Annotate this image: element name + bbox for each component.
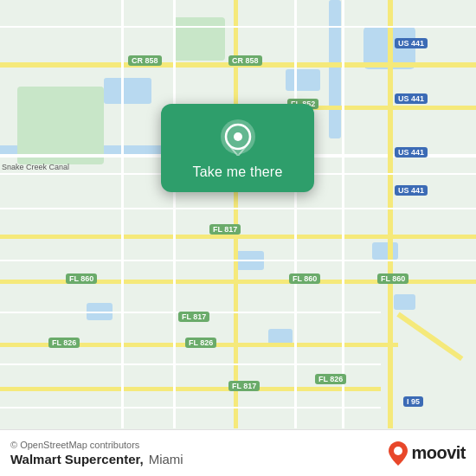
road-h-3 — [0, 208, 476, 209]
bottom-bar: © OpenStreetMap contributors Walmart Sup… — [0, 429, 476, 476]
road-label-fl860-1: FL 860 — [66, 273, 97, 284]
place-info: Walmart Supercenter, Miami — [10, 452, 183, 466]
road-label-fl817-1: FL 817 — [209, 224, 241, 235]
road-label-i95: I 95 — [403, 396, 423, 407]
road-label-fl826-3: FL 826 — [315, 374, 346, 384]
location-pin-icon — [219, 118, 257, 156]
water-ne3 — [286, 69, 320, 91]
road-fl817-s — [0, 387, 381, 391]
road-fl817-mid — [0, 235, 476, 239]
road-us441-v — [388, 0, 393, 428]
popup-card: Take me there — [161, 104, 314, 192]
road-label-fl817-3: FL 817 — [228, 381, 260, 391]
road-label-fl817-2: FL 817 — [178, 312, 209, 322]
road-label-fl860-2: FL 860 — [289, 273, 320, 284]
road-label-us441-3: US 441 — [395, 147, 428, 158]
place-city: Miami — [149, 452, 183, 466]
take-me-there-button[interactable]: Take me there — [193, 164, 283, 180]
svg-point-3 — [394, 447, 402, 455]
map-container: CR 858 CR 858 FL 852 US 441 US 441 US 44… — [0, 0, 476, 476]
water-e2 — [394, 294, 415, 310]
road-label-fl826-1: FL 826 — [48, 338, 80, 348]
road-label-us441-2: US 441 — [395, 93, 428, 104]
road-h-7 — [0, 407, 381, 408]
svg-point-2 — [234, 132, 242, 141]
road-label-fl860-3: FL 860 — [377, 273, 408, 284]
moovit-brand-text: moovit — [411, 443, 466, 463]
water-e1 — [372, 242, 398, 260]
water-nw — [104, 78, 151, 104]
canal-label: Snake Creek Canal — [2, 163, 69, 171]
park-west — [17, 87, 104, 164]
park-north — [173, 17, 225, 61]
road-label-us441-4: US 441 — [395, 185, 428, 196]
road-label-cr858-1: CR 858 — [128, 55, 162, 66]
road-h-top — [0, 26, 476, 28]
moovit-pin-icon — [389, 441, 408, 466]
road-label-cr858-2: CR 858 — [228, 55, 262, 66]
map-attribution: © OpenStreetMap contributors — [10, 440, 183, 450]
road-label-fl826-2: FL 826 — [185, 338, 216, 348]
moovit-logo: moovit — [389, 441, 466, 466]
road-h-6 — [0, 363, 381, 365]
road-h-4 — [0, 260, 476, 261]
road-label-us441-1: US 441 — [395, 38, 428, 48]
water-north-east — [329, 0, 341, 138]
place-name: Walmart Supercenter, — [10, 452, 144, 466]
